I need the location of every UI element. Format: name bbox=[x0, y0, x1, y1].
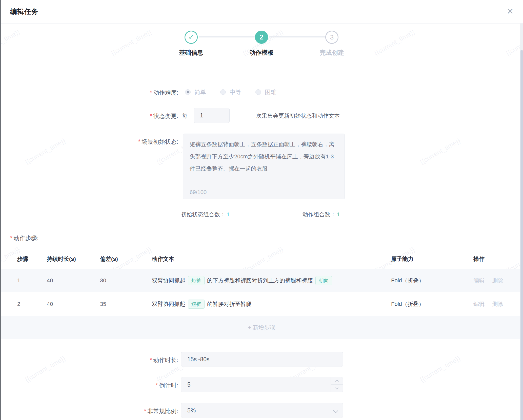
radio-icon[interactable] bbox=[255, 89, 261, 95]
add-step-button[interactable]: + 新增步骤 bbox=[0, 316, 523, 339]
cell-step: 2 bbox=[17, 301, 47, 307]
difficulty-radio-2[interactable]: 中等 bbox=[220, 88, 241, 96]
steps-table: 步骤 持续时长(s) 偏差(s) 动作文本 原子能力 操作 14030双臂协同抓… bbox=[0, 249, 523, 339]
watermark-text: {{current_time}} bbox=[24, 354, 67, 384]
state-change-label: *状态变更: bbox=[77, 112, 178, 120]
table-row: 24035双臂协同抓起短裤的裤腰对折至裤腿Fold（折叠）编辑删除 bbox=[0, 292, 523, 316]
duration-label: *动作时长: bbox=[77, 356, 178, 364]
table-header-row: 步骤 持续时长(s) 偏差(s) 动作文本 原子能力 操作 bbox=[0, 249, 523, 269]
radio-selected-icon[interactable] bbox=[185, 89, 191, 95]
radio-label: 中等 bbox=[230, 88, 241, 96]
initial-state-field: 短裤五条数据背面朝上，五条数据正面朝上，裤腰朝右，离头部视野下方至少20cm之外… bbox=[183, 134, 345, 199]
step-2-circle: 2 bbox=[255, 31, 268, 44]
stepper-increase-button[interactable] bbox=[331, 377, 343, 385]
cell-deviation: 35 bbox=[100, 301, 152, 307]
countdown-label: *倒计时: bbox=[77, 382, 178, 389]
stepper-connector bbox=[199, 36, 255, 37]
cell-duration: 40 bbox=[47, 301, 100, 307]
cell-duration: 40 bbox=[47, 277, 100, 284]
initial-state-textarea[interactable]: 短裤五条数据背面朝上，五条数据正面朝上，裤腰朝右，离头部视野下方至少20cm之外… bbox=[183, 134, 345, 182]
difficulty-radio-1[interactable]: 简单 bbox=[185, 88, 206, 96]
watermark-text: {{current_time}} bbox=[24, 137, 67, 166]
table-body: 14030双臂协同抓起短裤的下方裤腿和裤腰对折到上方的裤腿和裤腰朝向Fold（折… bbox=[0, 269, 523, 316]
cell-operations: 编辑删除 bbox=[473, 300, 523, 308]
action-combo-count: 动作组合数：1 bbox=[303, 211, 340, 218]
step-2-label: 动作模板 bbox=[231, 49, 292, 57]
delete-link[interactable]: 删除 bbox=[492, 277, 503, 284]
required-mark: * bbox=[150, 357, 152, 363]
difficulty-radio-group: 简单中等困难 bbox=[185, 87, 276, 98]
state-change-input[interactable] bbox=[194, 108, 230, 123]
initial-state-label: *场景初始状态: bbox=[77, 138, 178, 146]
edit-link[interactable]: 编辑 bbox=[473, 301, 485, 307]
col-header-ability: 原子能力 bbox=[391, 255, 473, 263]
cell-ability: Fold（折叠） bbox=[391, 277, 473, 284]
col-header-step: 步骤 bbox=[17, 255, 47, 263]
object-tag: 短裤 bbox=[188, 276, 205, 285]
cell-action-text: 双臂协同抓起短裤的裤腰对折至裤腿 bbox=[152, 300, 391, 309]
step-1-label: 基础信息 bbox=[161, 49, 222, 57]
cell-action-text: 双臂协同抓起短裤的下方裤腿和裤腰对折到上方的裤腿和裤腰朝向 bbox=[152, 276, 391, 285]
stepper-connector bbox=[269, 36, 325, 37]
table-row: 14030双臂协同抓起短裤的下方裤腿和裤腰对折到上方的裤腿和裤腰朝向Fold（折… bbox=[0, 269, 523, 292]
cell-ability: Fold（折叠） bbox=[391, 300, 473, 308]
col-header-duration: 持续时长(s) bbox=[47, 255, 100, 263]
action-steps-label: *动作步骤: bbox=[10, 234, 38, 242]
action-text-fragment: 双臂协同抓起 bbox=[152, 277, 185, 284]
countdown-input[interactable] bbox=[181, 377, 343, 392]
radio-icon[interactable] bbox=[220, 89, 226, 95]
chevron-down-icon bbox=[335, 386, 338, 389]
action-text-fragment: 双臂协同抓起 bbox=[152, 300, 185, 308]
modal-overlay-edge bbox=[0, 0, 1, 420]
initial-combo-count: 初始状态组合数：1 bbox=[181, 211, 230, 218]
required-mark: * bbox=[10, 235, 12, 241]
object-tag: 短裤 bbox=[188, 300, 205, 309]
watermark-text: {{current_time}} bbox=[418, 137, 462, 166]
scrollbar-track[interactable] bbox=[520, 24, 523, 420]
cell-step: 1 bbox=[17, 277, 47, 284]
chevron-up-icon bbox=[335, 380, 338, 383]
action-text-fragment: 的下方裤腿和裤腰对折到上方的裤腿和裤腰 bbox=[207, 277, 313, 284]
duration-input[interactable] bbox=[181, 352, 343, 367]
action-text-fragment: 的裤腰对折至裤腿 bbox=[207, 300, 252, 308]
difficulty-radio-3[interactable]: 困难 bbox=[255, 88, 276, 96]
cell-deviation: 30 bbox=[100, 277, 152, 284]
countdown-field bbox=[181, 377, 343, 392]
stepper-decrease-button[interactable] bbox=[331, 385, 343, 392]
scrollbar-thumb[interactable] bbox=[520, 50, 523, 420]
delete-link[interactable]: 删除 bbox=[492, 301, 503, 307]
unusual-ratio-select[interactable] bbox=[181, 403, 343, 418]
watermark-text: {{current_time}} bbox=[418, 354, 462, 384]
col-header-action-text: 动作文本 bbox=[152, 255, 391, 263]
object-tag: 朝向 bbox=[315, 276, 332, 285]
close-icon[interactable]: × bbox=[507, 4, 513, 19]
number-stepper bbox=[331, 377, 343, 392]
step-3-label: 完成创建 bbox=[301, 49, 362, 57]
cell-operations: 编辑删除 bbox=[473, 277, 523, 284]
state-change-suffix: 次采集会更新初始状态和动作文本 bbox=[256, 112, 340, 120]
watermark-text: {{current_time}} bbox=[373, 28, 416, 57]
dialog-body: {{current_time}}{{current_time}}{{curren… bbox=[1, 24, 520, 420]
required-mark: * bbox=[156, 382, 158, 389]
required-mark: * bbox=[150, 89, 152, 96]
unusual-ratio-label: *非常规比例: bbox=[77, 407, 178, 415]
state-change-prefix: 每 bbox=[182, 112, 188, 120]
watermark-text: {{current_time}} bbox=[0, 28, 21, 57]
col-header-deviation: 偏差(s) bbox=[100, 255, 152, 263]
radio-label: 简单 bbox=[194, 88, 206, 96]
unusual-ratio-value[interactable] bbox=[181, 403, 343, 418]
action-combo-value: 1 bbox=[337, 211, 340, 218]
col-header-operations: 操作 bbox=[473, 255, 523, 263]
radio-label: 困难 bbox=[265, 88, 276, 96]
step-3-circle: 3 bbox=[325, 31, 338, 44]
watermark-text: {{current_time}} bbox=[110, 28, 153, 57]
edit-link[interactable]: 编辑 bbox=[473, 277, 485, 284]
char-counter: 69/100 bbox=[190, 189, 207, 196]
dialog-title: 编辑任务 bbox=[10, 7, 38, 16]
required-mark: * bbox=[144, 408, 146, 414]
required-mark: * bbox=[138, 138, 140, 145]
difficulty-label: *动作难度: bbox=[77, 89, 178, 97]
required-mark: * bbox=[150, 113, 152, 119]
step-1-circle: ✓ bbox=[185, 31, 198, 44]
dialog-header: 编辑任务 × bbox=[1, 0, 523, 24]
